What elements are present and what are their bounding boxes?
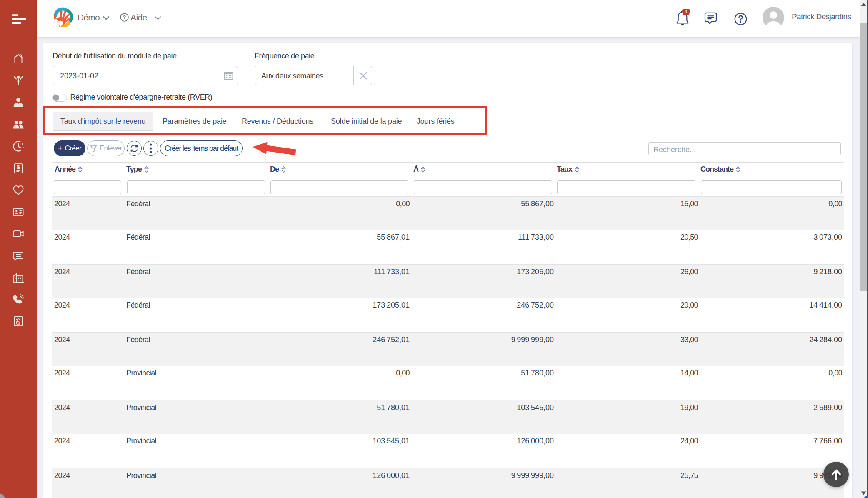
svg-text:?: ? — [123, 14, 126, 20]
svg-text:1: 1 — [685, 9, 688, 15]
